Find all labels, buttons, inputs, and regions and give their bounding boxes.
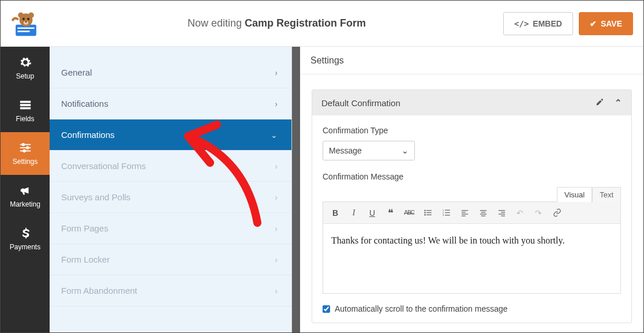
svg-rect-39: [498, 210, 504, 211]
editor-content[interactable]: Thanks for contacting us! We will be in …: [323, 224, 620, 293]
confirmation-card-title: Default Confirmation: [321, 98, 400, 108]
numbered-list-button[interactable]: 123: [439, 205, 454, 220]
panel-item-form-locker[interactable]: Form Locker ›: [50, 244, 291, 275]
settings-panel-list: General › Notifications › Confirmations …: [50, 47, 291, 306]
bear-logo-icon: [11, 9, 41, 39]
main-heading: Settings: [300, 47, 643, 74]
align-left-button[interactable]: [457, 205, 472, 220]
panel-item-general[interactable]: General ›: [50, 57, 291, 88]
main-content: Settings Default Confirmation ⌃ Confir: [292, 47, 643, 332]
confirmation-message-label: Confirmation Message: [323, 172, 621, 181]
svg-point-21: [424, 212, 426, 214]
collapse-icon[interactable]: ⌃: [615, 98, 622, 108]
redo-button[interactable]: ↷: [531, 205, 546, 220]
bold-button[interactable]: B: [328, 205, 343, 220]
link-button[interactable]: [549, 205, 564, 220]
panel-item-label: Form Pages: [61, 223, 108, 233]
panel-item-label: Form Locker: [61, 255, 110, 264]
svg-point-5: [28, 12, 34, 18]
confirmation-type-select[interactable]: Message ⌄: [323, 141, 415, 160]
svg-text:3: 3: [442, 214, 444, 216]
rail-item-fields[interactable]: Fields: [1, 89, 50, 132]
check-icon: ✔: [590, 19, 597, 28]
autoscroll-checkbox[interactable]: [323, 305, 330, 313]
panel-item-form-abandonment[interactable]: Form Abandonment ›: [50, 275, 291, 306]
blockquote-button[interactable]: ❝: [383, 205, 398, 220]
svg-point-18: [23, 149, 26, 153]
panel-item-form-pages[interactable]: Form Pages ›: [50, 213, 291, 244]
svg-rect-35: [480, 210, 486, 211]
strikethrough-button[interactable]: ABC: [402, 205, 417, 220]
confirmation-card-body: Confirmation Type Message ⌄ Confirmation…: [312, 115, 631, 323]
rail-label: Payments: [10, 243, 40, 251]
panel-item-label: Surveys and Polls: [61, 192, 130, 202]
panel-item-label: General: [61, 68, 92, 77]
rail-item-marketing[interactable]: Marketing: [1, 175, 50, 218]
chevron-right-icon: ›: [275, 224, 278, 233]
chevron-right-icon: ›: [275, 193, 278, 202]
app-frame: Now editing Camp Registration Form </> E…: [0, 0, 644, 333]
panel-item-surveys-and-polls[interactable]: Surveys and Polls ›: [50, 182, 291, 213]
panel-item-conversational-forms[interactable]: Conversational Forms ›: [50, 151, 291, 182]
confirmation-type-label: Confirmation Type: [323, 126, 621, 135]
settings-panel: General › Notifications › Confirmations …: [50, 47, 292, 332]
topbar-actions: </> EMBED ✔ SAVE: [503, 12, 633, 35]
svg-rect-37: [480, 214, 486, 214]
svg-rect-34: [461, 216, 465, 216]
svg-point-7: [27, 17, 29, 20]
svg-rect-24: [426, 215, 432, 215]
bullet-list-button[interactable]: [420, 205, 435, 220]
align-center-button[interactable]: [475, 205, 491, 220]
editing-prefix: Now editing: [188, 17, 242, 29]
italic-button[interactable]: I: [346, 205, 361, 220]
chevron-right-icon: ›: [275, 68, 278, 77]
embed-button[interactable]: </> EMBED: [503, 12, 573, 35]
gear-icon: [19, 56, 32, 69]
editor-tabs: Visual Text: [323, 187, 621, 202]
app-logo: [11, 9, 50, 39]
svg-rect-40: [501, 212, 505, 212]
confirmation-card-header: Default Confirmation ⌃: [312, 90, 631, 115]
panel-item-label: Conversational Forms: [61, 161, 146, 171]
rail-item-payments[interactable]: Payments: [1, 218, 50, 260]
chevron-right-icon: ›: [275, 162, 278, 171]
chevron-right-icon: ›: [275, 286, 278, 295]
svg-rect-32: [461, 212, 465, 212]
svg-rect-12: [20, 107, 30, 110]
editor-tab-visual[interactable]: Visual: [557, 187, 592, 202]
svg-rect-36: [481, 212, 485, 212]
chevron-down-icon: ⌄: [402, 146, 409, 155]
undo-button[interactable]: ↶: [512, 205, 527, 220]
autoscroll-row[interactable]: Automatically scroll to the confirmation…: [323, 304, 621, 313]
rail-item-setup[interactable]: Setup: [1, 47, 50, 89]
chevron-down-icon: ⌄: [271, 130, 278, 140]
rail-label: Fields: [16, 115, 34, 123]
confirmation-card: Default Confirmation ⌃ Confirmation Type…: [312, 89, 632, 323]
svg-rect-13: [20, 144, 30, 145]
save-button[interactable]: ✔ SAVE: [579, 12, 633, 35]
svg-point-4: [18, 12, 24, 18]
edit-icon[interactable]: [596, 98, 604, 108]
form-name: Camp Registration Form: [245, 17, 366, 29]
underline-button[interactable]: U: [365, 205, 380, 220]
svg-rect-31: [461, 210, 467, 211]
svg-point-14: [21, 143, 25, 147]
main-scroll[interactable]: Default Confirmation ⌃ Confirmation Type…: [300, 74, 643, 332]
align-right-button[interactable]: [494, 205, 509, 220]
page-title: Now editing Camp Registration Form: [50, 17, 503, 29]
panel-item-notifications[interactable]: Notifications ›: [50, 88, 291, 119]
svg-rect-1: [17, 27, 34, 28]
rail-label: Settings: [13, 158, 38, 166]
sliders-icon: [19, 141, 32, 154]
dollar-icon: [19, 227, 32, 240]
panel-item-label: Notifications: [61, 99, 108, 108]
editor-tab-text[interactable]: Text: [592, 187, 621, 202]
panel-item-confirmations[interactable]: Confirmations ⌄: [50, 119, 291, 151]
rail-item-settings[interactable]: Settings: [1, 132, 50, 175]
chevron-right-icon: ›: [275, 255, 278, 264]
list-icon: [19, 99, 32, 111]
save-button-label: SAVE: [601, 19, 622, 28]
left-rail: Setup Fields Settings Marketing Payments: [1, 47, 50, 332]
svg-rect-22: [426, 212, 432, 213]
svg-rect-11: [20, 104, 30, 106]
